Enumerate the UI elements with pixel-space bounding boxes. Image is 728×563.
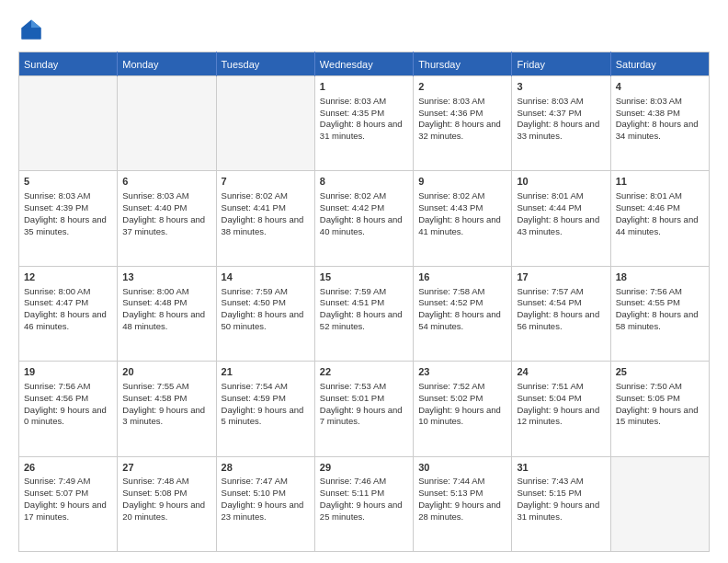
calendar-cell: 18Sunrise: 7:56 AM Sunset: 4:55 PM Dayli… [610,266,709,361]
weekday-header-thursday: Thursday [414,52,512,76]
weekday-header-saturday: Saturday [610,52,709,76]
day-number: 29 [320,461,408,475]
page: SundayMondayTuesdayWednesdayThursdayFrid… [0,0,728,563]
calendar-cell: 10Sunrise: 8:01 AM Sunset: 4:44 PM Dayli… [512,171,610,266]
day-number: 11 [616,175,704,189]
day-number: 17 [517,270,605,284]
calendar-cell: 1Sunrise: 8:03 AM Sunset: 4:35 PM Daylig… [314,76,413,171]
day-info: Sunrise: 7:47 AM Sunset: 5:10 PM Dayligh… [222,476,310,523]
calendar-cell: 12Sunrise: 8:00 AM Sunset: 4:47 PM Dayli… [19,266,118,361]
day-info: Sunrise: 7:56 AM Sunset: 4:56 PM Dayligh… [24,381,112,428]
day-number: 5 [24,175,112,189]
calendar-cell [19,76,118,171]
day-number: 30 [418,461,506,475]
day-number: 10 [517,175,605,189]
svg-rect-2 [22,28,41,39]
calendar-cell: 14Sunrise: 7:59 AM Sunset: 4:50 PM Dayli… [216,266,314,361]
day-number: 13 [122,270,210,284]
calendar-cell: 31Sunrise: 7:43 AM Sunset: 5:15 PM Dayli… [512,456,610,551]
header [18,17,710,42]
day-number: 23 [418,365,506,379]
calendar-cell: 27Sunrise: 7:48 AM Sunset: 5:08 PM Dayli… [118,456,216,551]
day-info: Sunrise: 8:03 AM Sunset: 4:39 PM Dayligh… [24,190,112,237]
calendar-cell: 7Sunrise: 8:02 AM Sunset: 4:41 PM Daylig… [216,171,314,266]
day-number: 24 [517,365,605,379]
day-number: 4 [616,80,704,94]
day-info: Sunrise: 7:59 AM Sunset: 4:50 PM Dayligh… [222,286,310,333]
day-info: Sunrise: 7:49 AM Sunset: 5:07 PM Dayligh… [24,476,112,523]
day-info: Sunrise: 8:03 AM Sunset: 4:38 PM Dayligh… [616,96,704,143]
logo [18,17,48,42]
day-info: Sunrise: 7:58 AM Sunset: 4:52 PM Dayligh… [418,286,506,333]
weekday-header-wednesday: Wednesday [314,52,413,76]
day-info: Sunrise: 8:00 AM Sunset: 4:47 PM Dayligh… [24,286,112,333]
day-info: Sunrise: 8:03 AM Sunset: 4:35 PM Dayligh… [320,96,408,143]
calendar-cell: 15Sunrise: 7:59 AM Sunset: 4:51 PM Dayli… [314,266,413,361]
calendar-cell [216,76,314,171]
weekday-header-monday: Monday [118,52,216,76]
day-number: 1 [320,80,408,94]
calendar-cell: 13Sunrise: 8:00 AM Sunset: 4:48 PM Dayli… [118,266,216,361]
day-info: Sunrise: 8:01 AM Sunset: 4:46 PM Dayligh… [616,190,704,237]
day-number: 8 [320,175,408,189]
calendar-week-3: 19Sunrise: 7:56 AM Sunset: 4:56 PM Dayli… [19,362,710,456]
day-info: Sunrise: 8:02 AM Sunset: 4:41 PM Dayligh… [222,190,310,237]
calendar-cell: 19Sunrise: 7:56 AM Sunset: 4:56 PM Dayli… [19,362,118,456]
day-info: Sunrise: 7:59 AM Sunset: 4:51 PM Dayligh… [320,286,408,333]
calendar-cell: 22Sunrise: 7:53 AM Sunset: 5:01 PM Dayli… [314,362,413,456]
weekday-header-tuesday: Tuesday [216,52,314,76]
day-info: Sunrise: 8:01 AM Sunset: 4:44 PM Dayligh… [517,190,605,237]
calendar-cell: 16Sunrise: 7:58 AM Sunset: 4:52 PM Dayli… [414,266,512,361]
day-info: Sunrise: 7:48 AM Sunset: 5:08 PM Dayligh… [122,476,210,523]
day-number: 15 [320,270,408,284]
calendar-header-row: SundayMondayTuesdayWednesdayThursdayFrid… [19,52,710,76]
day-info: Sunrise: 7:46 AM Sunset: 5:11 PM Dayligh… [320,476,408,523]
day-number: 21 [222,365,310,379]
day-info: Sunrise: 8:00 AM Sunset: 4:48 PM Dayligh… [122,286,210,333]
day-number: 27 [122,461,210,475]
weekday-header-friday: Friday [512,52,610,76]
day-number: 22 [320,365,408,379]
day-info: Sunrise: 7:54 AM Sunset: 4:59 PM Dayligh… [222,381,310,428]
calendar-week-2: 12Sunrise: 8:00 AM Sunset: 4:47 PM Dayli… [19,266,710,361]
calendar-cell: 11Sunrise: 8:01 AM Sunset: 4:46 PM Dayli… [610,171,709,266]
day-number: 12 [24,270,112,284]
day-number: 28 [222,461,310,475]
calendar-table: SundayMondayTuesdayWednesdayThursdayFrid… [18,52,710,552]
calendar-cell: 26Sunrise: 7:49 AM Sunset: 5:07 PM Dayli… [19,456,118,551]
calendar-cell [118,76,216,171]
calendar-cell: 24Sunrise: 7:51 AM Sunset: 5:04 PM Dayli… [512,362,610,456]
calendar-cell: 8Sunrise: 8:02 AM Sunset: 4:42 PM Daylig… [314,171,413,266]
day-info: Sunrise: 7:43 AM Sunset: 5:15 PM Dayligh… [517,476,605,523]
day-info: Sunrise: 8:03 AM Sunset: 4:36 PM Dayligh… [418,96,506,143]
day-number: 20 [122,365,210,379]
day-info: Sunrise: 7:44 AM Sunset: 5:13 PM Dayligh… [418,476,506,523]
day-number: 31 [517,461,605,475]
calendar-week-1: 5Sunrise: 8:03 AM Sunset: 4:39 PM Daylig… [19,171,710,266]
logo-icon [18,17,44,42]
day-number: 2 [418,80,506,94]
svg-marker-1 [31,20,41,29]
calendar-cell: 28Sunrise: 7:47 AM Sunset: 5:10 PM Dayli… [216,456,314,551]
day-number: 18 [616,270,704,284]
day-number: 9 [418,175,506,189]
day-info: Sunrise: 7:52 AM Sunset: 5:02 PM Dayligh… [418,381,506,428]
day-info: Sunrise: 7:56 AM Sunset: 4:55 PM Dayligh… [616,286,704,333]
day-number: 3 [517,80,605,94]
calendar-cell: 29Sunrise: 7:46 AM Sunset: 5:11 PM Dayli… [314,456,413,551]
calendar-cell: 30Sunrise: 7:44 AM Sunset: 5:13 PM Dayli… [414,456,512,551]
calendar-cell: 23Sunrise: 7:52 AM Sunset: 5:02 PM Dayli… [414,362,512,456]
calendar-cell: 25Sunrise: 7:50 AM Sunset: 5:05 PM Dayli… [610,362,709,456]
day-info: Sunrise: 7:51 AM Sunset: 5:04 PM Dayligh… [517,381,605,428]
day-number: 16 [418,270,506,284]
calendar-week-4: 26Sunrise: 7:49 AM Sunset: 5:07 PM Dayli… [19,456,710,551]
day-number: 25 [616,365,704,379]
day-info: Sunrise: 7:55 AM Sunset: 4:58 PM Dayligh… [122,381,210,428]
calendar-cell: 9Sunrise: 8:02 AM Sunset: 4:43 PM Daylig… [414,171,512,266]
day-info: Sunrise: 8:02 AM Sunset: 4:43 PM Dayligh… [418,190,506,237]
calendar-cell: 20Sunrise: 7:55 AM Sunset: 4:58 PM Dayli… [118,362,216,456]
calendar-week-0: 1Sunrise: 8:03 AM Sunset: 4:35 PM Daylig… [19,76,710,171]
calendar-cell: 3Sunrise: 8:03 AM Sunset: 4:37 PM Daylig… [512,76,610,171]
calendar-cell: 6Sunrise: 8:03 AM Sunset: 4:40 PM Daylig… [118,171,216,266]
day-number: 7 [222,175,310,189]
